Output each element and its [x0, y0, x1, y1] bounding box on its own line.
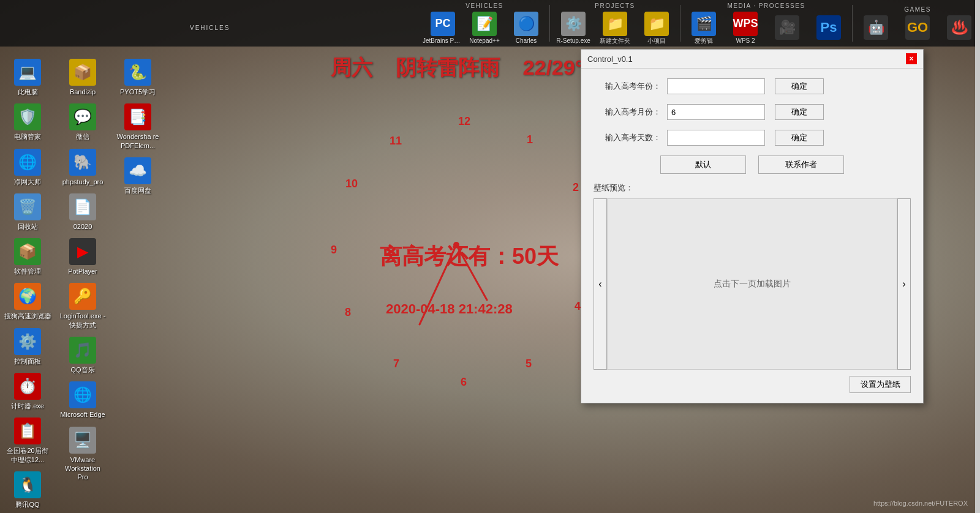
recycle-label: 回收站 [18, 222, 38, 231]
taskbar-rsetup[interactable]: ⚙️ R-Setup.exe [552, 9, 594, 46]
softmgr-icon: 📦 [14, 238, 41, 265]
taskbar-aijianying[interactable]: 🎬 爱剪辑 [683, 9, 725, 46]
jingwang-icon: 🌐 [14, 149, 41, 176]
taskbar-charles[interactable]: 🔵 Charles [505, 9, 547, 46]
baidupan-label: 百度网盘 [124, 186, 151, 195]
taskbar-game1[interactable]: 🤖 [855, 13, 897, 42]
taskbar-notepadpp[interactable]: 📝 Notepad++ [464, 9, 505, 46]
taskbar-video[interactable]: 🎥 [766, 13, 808, 42]
taskbar-xiaoxm[interactable]: 📁 小项目 [636, 9, 677, 46]
xiaoxm-label: 小项目 [647, 37, 666, 45]
pyot5-icon: 🐍 [124, 59, 151, 86]
divider-1 [549, 5, 550, 42]
control-body: 输入高考年份： 确定 输入高考月份： 确定 输入高考天数： 确定 默认 联系作者 [581, 69, 923, 403]
taskbar-wps[interactable]: WPS WPS 2 [725, 9, 766, 46]
desktop-icon-baidupan[interactable]: ☁️ 百度网盘 [113, 157, 162, 195]
month-label: 输入高考月份： [594, 107, 667, 118]
desktop-icon-logintool[interactable]: 🔑 LoginTool.exe - 快捷方式 [58, 283, 107, 329]
desktop-icon-phpstudy[interactable]: 🐘 phpstudy_pro [58, 149, 107, 186]
pcguan-label: 电脑管家 [14, 132, 41, 141]
wallpaper-next-button[interactable]: › [897, 198, 911, 370]
wallpaper-preview-text: 点击下一页加载图片 [714, 279, 791, 290]
year-input[interactable] [667, 78, 765, 94]
weather-temp: 22/29° [523, 56, 584, 79]
controlpanel-label: 控制面板 [14, 357, 41, 365]
wondershare-icon: 📑 [124, 103, 151, 130]
desktop-icon-wondershare[interactable]: 📑 Wondersha re PDFElem... [113, 103, 162, 150]
taskbar-jetbrains[interactable]: PC JetBrains Py Charm 201... [422, 9, 464, 46]
desktop-icon-controlpanel[interactable]: ⚙️ 控制面板 [3, 328, 52, 365]
logintool-icon: 🔑 [69, 283, 96, 310]
days-input[interactable] [667, 130, 765, 146]
month-form-row: 输入高考月份： 确定 [594, 104, 911, 120]
recycle-icon: 🗑️ [14, 193, 41, 220]
divider-3 [852, 5, 853, 42]
wps-label: WPS 2 [736, 37, 755, 45]
qqmusic-label: QQ音乐 [70, 365, 94, 374]
steam-icon: ♨️ [947, 15, 971, 40]
xiaoxm-icon: 📁 [644, 12, 669, 36]
newfolder-icon: 📁 [603, 12, 627, 36]
desktop-icon-quanguo[interactable]: 📋 全国卷20届衔中理综12... [3, 418, 52, 464]
desktop: VEHICLES VEHICLES PC JetBrains Py Charm … [0, 0, 980, 513]
taskbar-steam[interactable]: ♨️ [938, 13, 980, 42]
desktop-icon-potplayer[interactable]: ▶ PotPlayer [58, 238, 107, 275]
control-close-button[interactable]: × [906, 53, 917, 64]
month-input[interactable] [667, 104, 765, 120]
year-confirm-button[interactable]: 确定 [775, 78, 824, 94]
game1-icon: 🤖 [864, 15, 888, 40]
month-confirm-button[interactable]: 确定 [775, 104, 824, 120]
o2020-label: 02020 [74, 222, 92, 231]
notepadpp-label: Notepad++ [469, 37, 500, 45]
taskbar-csgo[interactable]: GO [897, 13, 938, 42]
next-arrow-icon: › [902, 279, 905, 290]
taskbar-newfolder[interactable]: 📁 新建文件夹 [594, 9, 636, 46]
desktop-icon-qq[interactable]: 🐧 腾讯QQ [3, 471, 52, 509]
taskbar-photoshop[interactable]: Ps [808, 13, 850, 42]
msedge-icon: 🌐 [69, 381, 96, 408]
qq-label: 腾讯QQ [15, 500, 39, 509]
qq-icon: 🐧 [14, 471, 41, 498]
desktop-icon-jingwang[interactable]: 🌐 净网大师 [3, 149, 52, 186]
browser-icon: 🌍 [14, 283, 41, 310]
msedge-label: Microsoft Edge [60, 410, 105, 419]
set-wallpaper-button[interactable]: 设置为壁纸 [850, 376, 911, 393]
desktop-icon-pcguan[interactable]: 🛡️ 电脑管家 [3, 103, 52, 141]
desktop-icon-computer[interactable]: 💻 此电脑 [3, 59, 52, 96]
wechat-icon: 💬 [69, 103, 96, 130]
desktop-icon-msedge[interactable]: 🌐 Microsoft Edge [58, 381, 107, 419]
aijianying-icon: 🎬 [692, 12, 716, 36]
wallpaper-preview-area: 点击下一页加载图片 [607, 198, 897, 370]
section-projects: PROJECTS [595, 1, 635, 9]
quanguo-label: 全国卷20届衔中理综12... [4, 446, 51, 464]
desktop-icon-bandizip[interactable]: 📦 Bandizip [58, 59, 107, 96]
year-label: 输入高考年份： [594, 81, 667, 92]
desktop-icon-wechat[interactable]: 💬 微信 [58, 103, 107, 141]
phpstudy-label: phpstudy_pro [62, 178, 104, 186]
default-button[interactable]: 默认 [660, 155, 746, 174]
wechat-label: 微信 [76, 132, 89, 141]
desktop-icon-qqmusic[interactable]: 🎵 QQ音乐 [58, 337, 107, 374]
desktop-icon-browser[interactable]: 🌍 搜狗高速浏览器 [3, 283, 52, 320]
wps-icon: WPS [733, 12, 758, 36]
days-form-row: 输入高考天数： 确定 [594, 130, 911, 146]
desktop-icon-timer[interactable]: ⏱️ 计时器.exe [3, 373, 52, 410]
video-icon: 🎥 [775, 15, 799, 40]
desktop-icon-softmgr[interactable]: 📦 软件管理 [3, 238, 52, 275]
wallpaper-prev-button[interactable]: ‹ [594, 198, 607, 370]
days-confirm-button[interactable]: 确定 [775, 130, 824, 146]
desktop-icon-o2020[interactable]: 📄 02020 [58, 193, 107, 231]
desktop-icon-recycle[interactable]: 🗑️ 回收站 [3, 193, 52, 231]
prev-arrow-icon: ‹ [598, 279, 601, 290]
wallpaper-label: 壁纸预览： [594, 182, 911, 193]
rsetup-label: R-Setup.exe [556, 37, 590, 45]
taskbar: VEHICLES VEHICLES PC JetBrains Py Charm … [0, 0, 980, 47]
desktop-icon-pyot5[interactable]: 🐍 PYOT5学习 [113, 59, 162, 96]
weather-condition: 阴转雷阵雨 [396, 56, 500, 79]
o2020-icon: 📄 [69, 193, 96, 220]
control-title: Control_v0.1 [587, 54, 633, 64]
contact-button[interactable]: 联系作者 [758, 155, 844, 174]
desktop-icon-vmware[interactable]: 🖥️ VMware Workstation Pro [58, 427, 107, 482]
quanguo-icon: 📋 [14, 418, 41, 444]
desktop-icons-area: 💻 此电脑 🛡️ 电脑管家 🌐 净网大师 🗑️ 回收站 📦 软件管理 🌍 搜狗高… [0, 55, 104, 512]
